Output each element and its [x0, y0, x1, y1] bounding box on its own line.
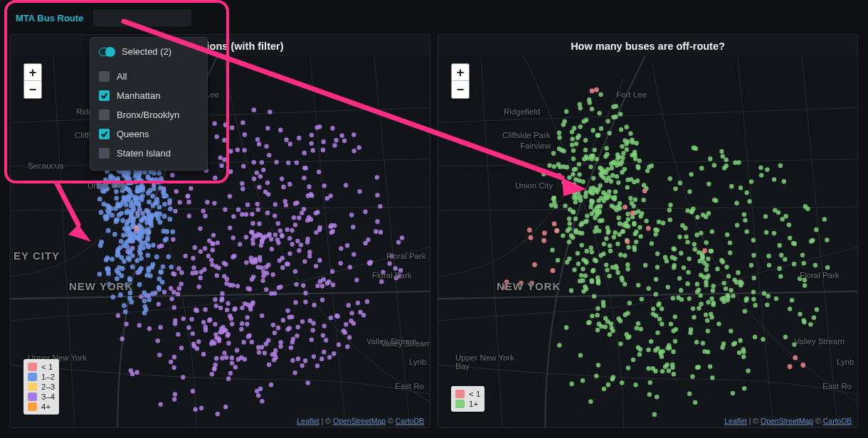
svg-point-108	[280, 176, 284, 181]
legend-swatch	[28, 383, 37, 391]
svg-point-259	[290, 315, 294, 320]
svg-point-273	[322, 139, 326, 144]
legend-row: 1+	[455, 399, 480, 409]
svg-point-105	[354, 278, 359, 283]
svg-point-638	[120, 273, 125, 278]
svg-point-1172	[668, 218, 672, 223]
svg-point-950	[615, 242, 620, 247]
svg-point-375	[284, 137, 288, 142]
svg-point-317	[252, 160, 256, 165]
variable-label-mta-bus-route[interactable]: MTA Bus Route	[16, 13, 83, 23]
svg-point-193	[203, 307, 207, 312]
svg-point-1294	[661, 220, 665, 225]
svg-point-1336	[612, 205, 616, 210]
dropdown-selected-header[interactable]: Selected (2)	[99, 46, 199, 57]
svg-point-511	[167, 198, 172, 203]
variable-value-box[interactable]	[93, 9, 191, 26]
svg-point-753	[115, 183, 120, 188]
svg-point-1498	[623, 205, 628, 210]
svg-point-1356	[577, 230, 581, 235]
svg-point-279	[231, 255, 235, 260]
svg-point-222	[216, 240, 220, 245]
svg-point-628	[138, 251, 143, 256]
svg-point-1393	[764, 230, 768, 235]
svg-point-1118	[782, 179, 786, 184]
svg-point-428	[256, 393, 260, 398]
svg-point-1142	[655, 265, 660, 269]
svg-point-1403	[588, 399, 593, 404]
zoom-in-button[interactable]: +	[24, 64, 41, 81]
svg-point-1170	[687, 297, 691, 301]
svg-point-1005	[590, 107, 594, 112]
svg-point-1306	[694, 233, 699, 237]
svg-point-1290	[722, 166, 726, 171]
svg-point-1421	[738, 338, 742, 343]
carto-link[interactable]: CartoDB	[396, 417, 424, 425]
svg-point-1504	[590, 88, 595, 93]
svg-point-90	[203, 214, 207, 219]
svg-point-130	[276, 326, 280, 331]
map-left[interactable]: Fort LeeRidgefieldCliffside ParkFairview…	[11, 56, 430, 427]
svg-point-1468	[587, 320, 591, 325]
route-filter-dropdown[interactable]: Selected (2) AllManhattanBronx/BrooklynQ…	[90, 37, 208, 171]
svg-point-1243	[783, 335, 788, 340]
svg-point-1211	[651, 306, 655, 311]
svg-point-836	[129, 212, 134, 217]
zoom-in-button[interactable]: +	[452, 64, 469, 81]
svg-point-63	[258, 174, 263, 179]
svg-point-1363	[751, 289, 756, 294]
svg-point-1323	[676, 295, 680, 300]
svg-point-1451	[638, 347, 642, 352]
svg-point-355	[243, 132, 247, 137]
svg-point-269	[328, 193, 332, 198]
svg-point-1442	[602, 387, 606, 392]
dropdown-option[interactable]: Bronx/Brooklyn	[99, 105, 199, 124]
svg-point-499	[235, 348, 239, 353]
svg-point-365	[306, 193, 310, 198]
osm-link[interactable]: OpenStreetMap	[333, 417, 386, 425]
svg-point-435	[158, 402, 162, 407]
svg-point-6	[349, 311, 354, 316]
svg-point-1103	[792, 342, 796, 347]
svg-point-1400	[712, 198, 716, 203]
svg-point-1041	[613, 197, 617, 202]
svg-point-1446	[729, 328, 733, 333]
svg-point-1291	[808, 322, 813, 327]
dropdown-option[interactable]: Staten Island	[99, 144, 199, 163]
legend-label: 2–3	[41, 382, 55, 392]
svg-point-1495	[702, 248, 707, 253]
svg-point-1042	[605, 225, 610, 230]
svg-point-236	[297, 215, 301, 220]
svg-point-235	[242, 148, 246, 153]
svg-point-852	[624, 124, 628, 129]
svg-point-528	[128, 290, 133, 295]
svg-point-1200	[640, 297, 644, 301]
leaflet-link[interactable]: Leaflet	[297, 417, 319, 425]
map-right[interactable]: Fort LeeRidgefieldCliffside ParkFairview…	[438, 56, 857, 427]
carto-link[interactable]: CartoDB	[823, 417, 852, 425]
svg-point-123	[280, 265, 285, 270]
svg-point-1179	[657, 220, 661, 225]
svg-point-1087	[581, 119, 586, 124]
svg-point-918	[574, 141, 578, 146]
svg-point-1194	[743, 218, 747, 223]
leaflet-link[interactable]: Leaflet	[724, 417, 747, 425]
svg-point-1183	[762, 291, 766, 296]
dropdown-option[interactable]: Manhattan	[99, 86, 199, 105]
svg-point-1031	[605, 119, 610, 124]
svg-point-1427	[667, 368, 671, 373]
svg-point-1494	[519, 281, 524, 286]
dropdown-option[interactable]: Queens	[99, 124, 199, 144]
svg-point-1039	[591, 176, 596, 181]
zoom-out-button[interactable]: −	[24, 81, 41, 98]
osm-link[interactable]: OpenStreetMap	[761, 417, 813, 425]
svg-point-300	[226, 301, 230, 306]
svg-point-219	[302, 166, 307, 171]
svg-point-16	[222, 138, 226, 143]
zoom-out-button[interactable]: −	[452, 81, 469, 98]
svg-point-443	[215, 273, 219, 278]
svg-point-171	[314, 264, 318, 269]
svg-point-1119	[655, 252, 660, 257]
dropdown-option[interactable]: All	[99, 67, 199, 86]
svg-point-12	[224, 355, 228, 360]
